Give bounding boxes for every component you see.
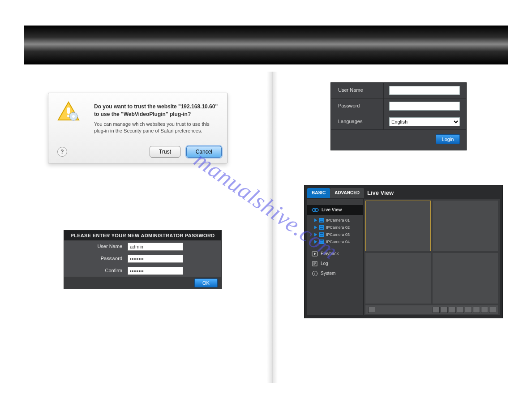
nav-playback[interactable]: Playback [307,249,363,259]
camera-item-2[interactable]: IPCamera 02 [307,224,363,231]
video-cell-4[interactable] [433,253,498,304]
liveview-title: Live View [367,188,500,198]
cancel-button[interactable]: Cancel [186,146,222,158]
camera-item-1[interactable]: IPCamera 01 [307,217,363,224]
play-icon [314,233,317,236]
camera-icon [319,218,324,223]
play-icon [314,218,317,222]
camera-item-4[interactable]: IPCamera 04 [307,238,363,245]
play-icon [314,240,317,244]
toolbar-mic-icon[interactable] [465,307,472,313]
admin-user-name-input[interactable] [128,243,183,251]
nav-log[interactable]: Log [307,259,363,269]
top-banner [24,26,508,64]
svg-point-4 [72,115,75,118]
camera-label: IPCamera 04 [326,240,350,244]
svg-marker-8 [314,253,316,255]
ok-button[interactable]: OK [194,278,218,287]
svg-point-6 [314,209,316,211]
trust-dialog-heading: Do you want to trust the website "192.16… [94,103,219,118]
toolbar-fullscreen-icon[interactable] [489,307,496,313]
nav-system[interactable]: i System [307,269,363,278]
video-cell-1[interactable] [365,201,431,251]
video-toolbar [365,305,498,314]
trust-dialog-body: You can manage which websites you trust … [94,121,219,135]
trust-button[interactable]: Trust [150,146,180,158]
help-button[interactable]: ? [57,147,67,157]
tab-basic[interactable]: BASIC [307,188,330,198]
camera-label: IPCamera 01 [326,218,350,223]
nav-log-label: Log [321,261,328,266]
camera-icon [319,232,324,237]
password-label: Password [331,98,384,114]
footer-rule [24,383,508,383]
camera-label: IPCamera 02 [326,226,350,230]
page-fold-shadow [267,72,278,383]
languages-select[interactable]: English [389,117,460,126]
languages-label: Languages [331,114,384,129]
toolbar-audio-icon[interactable] [457,307,464,313]
nav-liveview[interactable]: Live View [307,205,363,215]
tab-advanced[interactable]: ADVANCED [330,188,364,198]
video-cell-2[interactable] [433,201,498,251]
nav-system-label: System [321,271,335,276]
admin-password-dialog: PLEASE ENTER YOUR NEW ADMINISTRATOR PASS… [64,230,222,289]
login-button[interactable]: Login [436,134,460,144]
toolbar-stop-icon[interactable] [481,307,488,313]
user-name-input[interactable] [389,86,460,95]
video-grid [364,199,500,315]
camera-item-3[interactable]: IPCamera 03 [307,231,363,238]
svg-rect-1 [67,107,70,114]
admin-confirm-input[interactable] [128,267,183,275]
password-input[interactable] [389,102,460,111]
camera-label: IPCamera 03 [326,233,350,237]
toolbar-snapshot-icon[interactable] [433,307,440,313]
video-cell-3[interactable] [365,253,431,304]
nav-liveview-label: Live View [322,208,342,212]
toolbar-mute-icon[interactable] [473,307,480,313]
camera-icon [319,240,324,244]
admin-password-label: Password [64,256,128,261]
admin-confirm-label: Confirm [64,268,128,273]
camera-icon [319,225,324,230]
plugin-warning-icon [57,101,80,121]
liveview-panel: BASIC ADVANCED Live View Live View IPCam… [304,185,503,318]
admin-password-title: PLEASE ENTER YOUR NEW ADMINISTRATOR PASS… [64,231,221,240]
nav-playback-label: Playback [321,252,339,256]
play-icon [314,226,317,229]
login-panel: User Name Password Languages English Log… [330,82,467,150]
toolbar-zoom-icon[interactable] [449,307,456,313]
svg-text:i: i [314,272,315,276]
admin-user-name-label: User Name [64,244,128,249]
toolbar-record-icon[interactable] [441,307,448,313]
safari-trust-dialog: Do you want to trust the website "192.16… [48,93,227,163]
toolbar-layout-icon[interactable] [368,307,375,313]
liveview-sidebar: Live View IPCamera 01 IPCamera 02 IPCame… [307,199,364,315]
user-name-label: User Name [331,83,384,98]
admin-password-input[interactable] [128,255,183,263]
